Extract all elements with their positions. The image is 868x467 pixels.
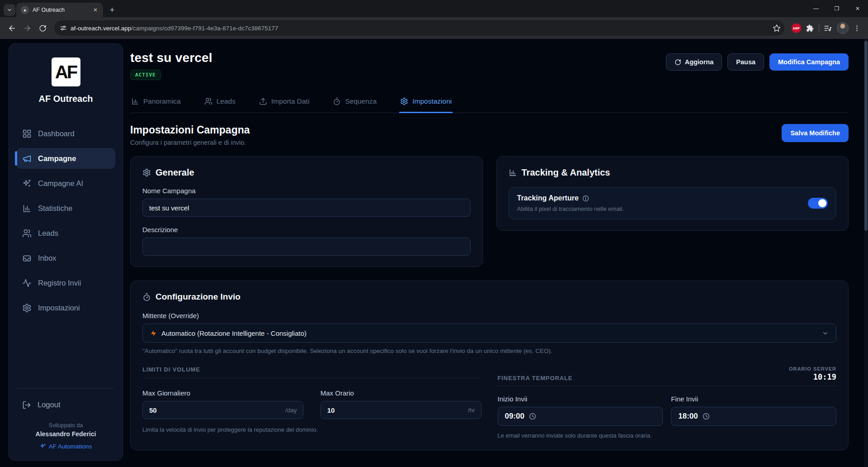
back-button[interactable] [5, 21, 19, 35]
end-time-input[interactable]: 18:00 [671, 407, 836, 426]
sidebar-footer: Sviluppato da Alessandro Federici AF Aut… [16, 422, 115, 452]
logout-icon [22, 400, 31, 410]
tracking-card-title-row: Tracking & Analytics [509, 167, 837, 178]
forward-button[interactable] [20, 21, 34, 35]
sidebar-item-label: Campagne AI [38, 179, 83, 188]
window-heading: FINESTRA TEMPORALE [498, 375, 573, 381]
url-bar[interactable]: af-outreach.vercel.app/campaigns/cd97399… [54, 20, 784, 36]
campaign-name-input[interactable] [142, 199, 471, 217]
tab-sequenza[interactable]: Sequenza [332, 94, 377, 113]
adblock-extension-icon[interactable]: ABP [792, 24, 801, 33]
tracking-card: Tracking & Analytics Tracking Aperture A… [496, 156, 849, 231]
overview-chart-icon [131, 97, 139, 105]
logout-button[interactable]: Logout [16, 395, 115, 415]
scrollbar-thumb[interactable] [864, 41, 868, 231]
zap-icon [150, 330, 157, 337]
tracking-toggle-label-row: Tracking Aperture [517, 194, 624, 202]
gear-icon [22, 303, 32, 313]
media-playlist-icon[interactable] [824, 24, 832, 33]
sidebar-item-dashboard[interactable]: Dashboard [16, 123, 115, 144]
tab-impostazioni[interactable]: Impostazioni [399, 94, 453, 113]
extensions-puzzle-icon[interactable] [806, 24, 814, 33]
tracking-toggle[interactable] [808, 198, 828, 209]
sidebar-item-label: Impostazioni [38, 304, 80, 312]
reload-button[interactable] [35, 21, 50, 35]
campaign-tabs: Panoramica Leads Importa Dati Sequenza I… [130, 94, 849, 113]
max-hourly-unit: /hr [468, 407, 475, 414]
sidebar-item-impostazioni[interactable]: Impostazioni [16, 297, 115, 318]
tab-panoramica[interactable]: Panoramica [130, 94, 182, 113]
max-daily-input[interactable] [142, 401, 303, 419]
refresh-icon [675, 59, 681, 66]
browser-tab[interactable]: ▲ AF Outreach ✕ [16, 3, 103, 17]
sidebar-item-inbox[interactable]: Inbox [16, 248, 115, 268]
site-info-icon[interactable] [60, 24, 67, 32]
description-input[interactable] [142, 238, 471, 256]
app-logo: AF [52, 57, 80, 86]
brand-sparkles-icon [40, 443, 46, 449]
analytics-chart-icon [509, 168, 517, 177]
tab-label: Impostazioni [412, 97, 452, 105]
toggle-knob [818, 199, 826, 207]
volume-fields: Max Giornaliero /day Max Orario /hr [142, 389, 481, 419]
page-scrollbar[interactable] [864, 39, 868, 467]
brand-label: AF Automations [49, 443, 92, 450]
url-text[interactable]: af-outreach.vercel.app/campaigns/cd97399… [71, 25, 769, 32]
sidebar-item-registro-invii[interactable]: Registro Invii [16, 272, 115, 293]
sidebar-item-label: Dashboard [38, 129, 75, 138]
settings-cards: Generale Nome Campagna Descrizione Track… [130, 156, 849, 267]
tab-leads[interactable]: Leads [203, 94, 236, 113]
tab-label: Leads [217, 97, 236, 105]
settings-header: Impostazioni Campagna Configura i parame… [130, 124, 849, 146]
browser-menu-kebab-icon[interactable] [853, 24, 861, 32]
edit-campaign-button[interactable]: Modifica Campagna [769, 53, 849, 71]
inbox-icon [22, 253, 32, 263]
general-card-title-row: Generale [142, 167, 471, 178]
reload-icon [39, 24, 47, 32]
sidebar-item-label: Statistiche [38, 204, 72, 213]
sidebar-item-campagne[interactable]: Campagne [16, 148, 115, 169]
window-minimize-button[interactable]: — [806, 0, 826, 17]
save-changes-button[interactable]: Salva Modifiche [782, 124, 849, 142]
chevron-down-icon [822, 330, 829, 337]
upload-icon [259, 97, 267, 105]
max-hourly-input[interactable] [321, 401, 481, 419]
window-fields: Inizio Invii 09:00 Fine Invii 18:00 [498, 395, 837, 426]
sending-card-title-row: Configurazione Invio [142, 292, 836, 302]
sender-selected-value: Automatico (Rotazione Intelligente - Con… [161, 329, 307, 337]
refresh-button[interactable]: Aggiorna [666, 53, 722, 71]
sidebar-item-statistiche[interactable]: Statistiche [16, 198, 115, 219]
bar-chart-icon [22, 204, 32, 213]
profile-avatar[interactable] [837, 22, 849, 34]
tab-importa-dati[interactable]: Importa Dati [258, 94, 310, 113]
settings-subtitle: Configura i parametri generali e di invi… [130, 139, 250, 146]
start-time-input[interactable]: 09:00 [498, 407, 663, 426]
sending-config-card: Configurazione Invio Mittente (Override)… [130, 281, 849, 450]
server-time-value: 10:19 [789, 372, 836, 381]
edit-campaign-label: Modifica Campagna [778, 58, 840, 66]
sending-card-title: Configurazione Invio [156, 292, 241, 302]
pause-button[interactable]: Pausa [727, 53, 764, 71]
volume-help-text: Limita la velocità di invio per protegge… [142, 426, 481, 433]
description-label: Descrizione [142, 226, 471, 234]
url-host: af-outreach.vercel.app [71, 25, 131, 32]
sender-select[interactable]: Automatico (Rotazione Intelligente - Con… [142, 324, 836, 343]
timer-icon [142, 293, 151, 301]
main-content: test su vercel ACTIVE Aggiorna Pausa Mod… [123, 39, 868, 467]
campaign-name-label: Nome Campagna [142, 187, 471, 195]
info-icon[interactable] [582, 195, 589, 202]
window-close-button[interactable]: ✕ [847, 0, 868, 17]
sidebar-item-label: Inbox [38, 254, 56, 262]
sidebar-item-leads[interactable]: Leads [16, 223, 115, 243]
window-maximize-button[interactable]: ❐ [826, 0, 847, 17]
volume-heading-row: LIMITI DI VOLUME [142, 366, 481, 378]
sidebar-item-campagne-ai[interactable]: Campagne AI [16, 173, 115, 194]
new-tab-button[interactable]: + [106, 4, 118, 16]
sparkles-icon [22, 179, 32, 188]
tab-close-icon[interactable]: ✕ [91, 6, 99, 14]
general-card-title: Generale [156, 167, 194, 178]
tab-favicon-icon: ▲ [21, 6, 29, 14]
tab-search-button[interactable] [4, 4, 15, 16]
brand-link[interactable]: AF Automations [40, 443, 92, 450]
bookmark-star-icon[interactable] [773, 24, 781, 32]
